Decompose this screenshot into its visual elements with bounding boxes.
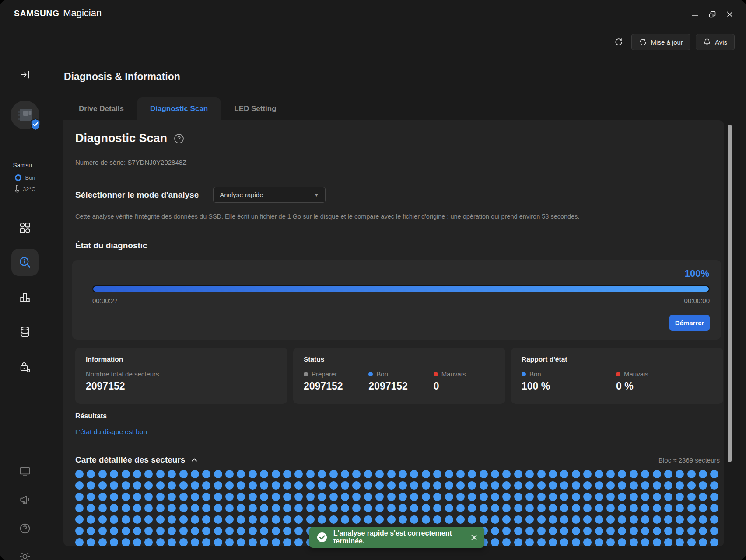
sector-dot bbox=[144, 493, 153, 501]
sector-dot bbox=[583, 481, 592, 490]
start-button[interactable]: Démarrer bbox=[669, 315, 710, 331]
sector-dot bbox=[87, 470, 95, 478]
sector-dot bbox=[272, 527, 280, 535]
sector-dot bbox=[525, 470, 534, 478]
sidebar-item-data-management[interactable] bbox=[11, 318, 39, 345]
sector-dot bbox=[653, 493, 661, 501]
sector-dot bbox=[560, 493, 568, 501]
sector-dot bbox=[687, 538, 696, 546]
sector-dot bbox=[664, 527, 672, 535]
sector-dot bbox=[549, 527, 557, 535]
sector-dot bbox=[572, 493, 580, 501]
sidebar-item-diagnosis[interactable] bbox=[11, 249, 39, 276]
sector-dot bbox=[329, 515, 338, 524]
sector-dot bbox=[98, 493, 107, 501]
sector-dot bbox=[664, 504, 672, 512]
sector-dot bbox=[699, 538, 707, 546]
sidebar-item-security[interactable] bbox=[11, 354, 39, 381]
app-logo: SAMSUNG Magician bbox=[14, 7, 102, 19]
sector-dot bbox=[214, 515, 222, 524]
sector-dot bbox=[456, 493, 465, 501]
check-circle-icon bbox=[316, 532, 328, 543]
minimize-button[interactable] bbox=[688, 9, 701, 20]
sector-dot bbox=[549, 481, 557, 490]
sector-dot bbox=[549, 504, 557, 512]
refresh-icon[interactable] bbox=[611, 35, 626, 49]
result-message[interactable]: L'état du disque est bon bbox=[75, 428, 147, 436]
close-button[interactable] bbox=[723, 9, 736, 20]
tab-diagnostic-scan[interactable]: Diagnostic Scan bbox=[137, 97, 221, 120]
sector-dot bbox=[410, 481, 418, 490]
sector-dot bbox=[352, 515, 361, 524]
results-title: Résultats bbox=[75, 412, 107, 420]
sector-dot bbox=[294, 481, 303, 490]
sector-dot bbox=[237, 515, 245, 524]
sector-dot bbox=[318, 481, 326, 490]
sector-dot bbox=[202, 527, 210, 535]
sector-dot bbox=[399, 481, 407, 490]
app-window: SAMSUNG Magician bbox=[0, 0, 746, 560]
sector-dot bbox=[687, 493, 696, 501]
sector-dot bbox=[699, 481, 707, 490]
sector-dot bbox=[133, 538, 141, 546]
sector-dot bbox=[341, 481, 349, 490]
sector-dot bbox=[283, 527, 291, 535]
sector-dot bbox=[595, 481, 603, 490]
sector-dot bbox=[318, 515, 326, 524]
tab-led-setting[interactable]: LED Setting bbox=[221, 97, 289, 120]
sector-dot bbox=[272, 493, 280, 501]
update-button[interactable]: Mise à jour bbox=[631, 34, 690, 50]
sector-dot bbox=[306, 481, 315, 490]
sector-dot bbox=[468, 470, 476, 478]
scrollbar-thumb[interactable] bbox=[728, 125, 732, 462]
sector-dot bbox=[179, 527, 188, 535]
sector-row bbox=[75, 504, 719, 512]
sector-dot bbox=[75, 527, 84, 535]
sector-dot bbox=[329, 493, 338, 501]
collapse-sidebar-button[interactable] bbox=[0, 69, 50, 80]
sidebar-item-system[interactable] bbox=[11, 458, 39, 485]
scan-mode-select[interactable]: Analyse rapide ▼ bbox=[213, 187, 326, 203]
sidebar-item-performance[interactable] bbox=[11, 284, 39, 311]
sector-dot bbox=[144, 538, 153, 546]
sidebar-item-dashboard[interactable] bbox=[11, 214, 39, 241]
sector-dot bbox=[410, 493, 418, 501]
sector-dot bbox=[329, 504, 338, 512]
restore-button[interactable] bbox=[706, 9, 719, 20]
sector-dot bbox=[110, 493, 118, 501]
sector-dot bbox=[260, 493, 268, 501]
sidebar-item-settings[interactable] bbox=[11, 543, 39, 560]
sector-dot bbox=[664, 481, 672, 490]
sector-dot bbox=[595, 527, 603, 535]
sector-dot bbox=[249, 493, 257, 501]
sector-dot bbox=[618, 515, 626, 524]
sector-dot bbox=[249, 504, 257, 512]
drive-avatar[interactable] bbox=[0, 101, 50, 129]
drive-temperature: 32°C bbox=[14, 185, 35, 193]
sector-dot bbox=[294, 515, 303, 524]
sector-dot bbox=[364, 481, 372, 490]
sector-dot bbox=[249, 470, 257, 478]
sector-dot bbox=[272, 538, 280, 546]
chevron-up-icon[interactable] bbox=[190, 456, 198, 464]
sector-dot bbox=[87, 538, 95, 546]
help-circle-icon[interactable] bbox=[173, 133, 185, 144]
toast-close-icon[interactable] bbox=[471, 534, 477, 541]
sector-dot bbox=[260, 481, 268, 490]
sector-dot bbox=[225, 470, 234, 478]
scrollbar[interactable] bbox=[728, 125, 732, 546]
sector-dot bbox=[237, 527, 245, 535]
sector-dot bbox=[687, 515, 696, 524]
notice-button[interactable]: Avis bbox=[696, 34, 735, 50]
sidebar-item-announcements[interactable] bbox=[11, 486, 39, 513]
sector-dot bbox=[491, 515, 499, 524]
tab-drive-details[interactable]: Drive Details bbox=[66, 97, 137, 120]
sidebar-item-help[interactable] bbox=[11, 515, 39, 542]
sector-dot bbox=[525, 481, 534, 490]
block-info: Bloc ≈ 2369 secteurs bbox=[658, 456, 720, 464]
sector-dot bbox=[699, 470, 707, 478]
status-card-title: Status bbox=[304, 355, 495, 363]
sector-dot bbox=[676, 504, 684, 512]
good-value: 2097152 bbox=[368, 380, 433, 392]
sector-dot bbox=[560, 515, 568, 524]
